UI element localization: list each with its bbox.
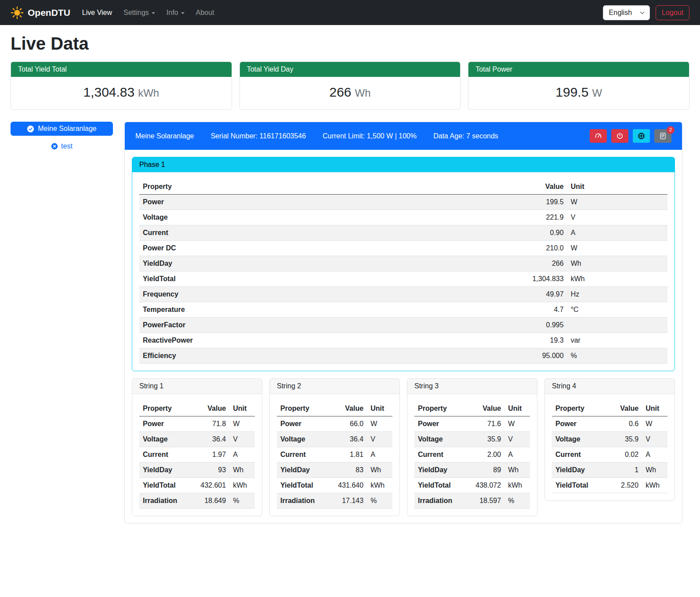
unit-cell: Wh [567, 256, 667, 271]
table-row: Power71.8W [139, 416, 255, 432]
property-cell: Irradiation [414, 493, 470, 509]
property-cell: Irradiation [139, 493, 195, 509]
table-row: Power199.5W [139, 195, 667, 210]
string-card: String 4 PropertyValueUnit Power0.6WVolt… [544, 378, 675, 501]
property-cell: PowerFactor [139, 318, 498, 333]
property-cell: Current [139, 447, 195, 463]
inverter-actions: 2 [590, 129, 671, 143]
value-cell: 0.02 [607, 447, 642, 463]
column-header-property: Property [277, 401, 332, 416]
property-cell: Temperature [139, 302, 498, 318]
property-cell: Power [139, 416, 195, 432]
property-cell: YieldDay [139, 256, 498, 271]
inverter-card: Meine Solaranlage Serial Number: 1161716… [124, 122, 682, 524]
table-row: YieldDay1Wh [552, 463, 667, 478]
inverter-current-limit: Current Limit: 1,500 W | 100% [323, 132, 417, 140]
summary-unit: Wh [355, 87, 371, 99]
logout-button[interactable]: Logout [656, 5, 689, 20]
unit-cell: kWh [229, 478, 255, 493]
inverter-card-body: Phase 1 PropertyValueUnit Power199.5WVol… [125, 150, 682, 523]
inverter-card-header: Meine Solaranlage Serial Number: 1161716… [125, 122, 682, 150]
page-title: Live Data [11, 34, 689, 54]
property-cell: YieldTotal [139, 478, 195, 493]
chevron-down-icon [152, 12, 155, 14]
table-row: Voltage35.9V [552, 432, 667, 447]
table-header-row: PropertyValueUnit [552, 401, 667, 416]
language-select[interactable]: English [603, 5, 650, 20]
value-cell: 83 [332, 463, 367, 478]
check-circle-icon [27, 125, 34, 133]
unit-cell: Wh [367, 463, 392, 478]
table-row: YieldDay266Wh [139, 256, 667, 271]
string-card: String 2 PropertyValueUnit Power66.0WVol… [269, 378, 400, 516]
unit-cell: kWh [504, 478, 530, 493]
inverter-list-item-test[interactable]: test [11, 142, 113, 150]
unit-cell: W [567, 195, 667, 210]
table-row: Voltage36.4V [277, 432, 392, 447]
inverter-name: Meine Solaranlage [135, 132, 194, 140]
nav-item-settings[interactable]: Settings [118, 5, 161, 20]
summary-card-title: Total Yield Day [240, 62, 461, 77]
nav-item-info[interactable]: Info [161, 5, 190, 20]
inverter-select-button[interactable]: Meine Solaranlage [11, 122, 113, 136]
column-header-property: Property [552, 401, 607, 416]
property-cell: YieldTotal [552, 478, 607, 493]
value-cell: 89 [470, 463, 504, 478]
nav-item-live-view[interactable]: Live View [76, 5, 118, 20]
column-header-value: Value [332, 401, 367, 416]
value-cell: 19.3 [498, 333, 567, 348]
event-log-button[interactable]: 2 [654, 129, 671, 143]
table-row: Temperature4.7°C [139, 302, 667, 318]
string-card-body: PropertyValueUnit Power71.8WVoltage36.4V… [132, 394, 262, 516]
string-card-body: PropertyValueUnit Power71.6WVoltage35.9V… [407, 394, 537, 516]
nav-item-label: Settings [123, 9, 149, 17]
property-cell: Power [552, 416, 607, 432]
unit-cell: % [567, 348, 667, 364]
value-cell: 71.8 [195, 416, 229, 432]
chevron-down-icon [181, 12, 185, 14]
table-row: YieldTotal431.640kWh [277, 478, 392, 493]
summary-value: 199.5 [555, 85, 588, 99]
property-cell: Efficiency [139, 348, 498, 364]
string-card-body: PropertyValueUnit Power0.6WVoltage35.9VC… [545, 394, 675, 500]
unit-cell: A [567, 225, 667, 241]
property-cell: YieldDay [277, 463, 332, 478]
content-row: Meine Solaranlage test Meine Solaranlage… [11, 122, 689, 524]
limit-settings-button[interactable] [590, 129, 607, 143]
property-cell: YieldDay [414, 463, 470, 478]
phase-table: PropertyValueUnit Power199.5WVoltage221.… [139, 179, 667, 364]
column-header-value: Value [498, 179, 567, 195]
table-row: Current0.02A [552, 447, 667, 463]
property-cell: YieldTotal [414, 478, 470, 493]
string-table: PropertyValueUnit Power66.0WVoltage36.4V… [277, 401, 392, 509]
nav-item-about[interactable]: About [190, 5, 220, 20]
brand-label: OpenDTU [28, 7, 70, 18]
string-card: String 1 PropertyValueUnit Power71.8WVol… [132, 378, 262, 516]
table-row: Efficiency95.000% [139, 348, 667, 364]
navbar: OpenDTU Live ViewSettingsInfoAbout Engli… [0, 0, 700, 25]
power-settings-button[interactable] [611, 129, 628, 143]
value-cell: 1.97 [195, 447, 229, 463]
device-info-button[interactable] [633, 129, 650, 143]
string-card-body: PropertyValueUnit Power66.0WVoltage36.4V… [270, 394, 399, 516]
unit-cell: A [504, 447, 530, 463]
table-row: Voltage35.9V [414, 432, 530, 447]
unit-cell: % [504, 493, 530, 509]
unit-cell: kWh [367, 478, 392, 493]
brand-link[interactable]: OpenDTU [11, 6, 70, 19]
property-cell: Irradiation [277, 493, 332, 509]
summary-card-title: Total Yield Total [11, 62, 232, 77]
table-row: PowerFactor0.995 [139, 318, 667, 333]
table-header-row: PropertyValueUnit [277, 401, 392, 416]
property-cell: Current [552, 447, 607, 463]
table-row: YieldTotal432.601kWh [139, 478, 255, 493]
property-cell: ReactivePower [139, 333, 498, 348]
unit-cell: W [567, 241, 667, 256]
table-row: ReactivePower19.3var [139, 333, 667, 348]
table-row: YieldDay89Wh [414, 463, 530, 478]
table-row: YieldDay93Wh [139, 463, 255, 478]
summary-card-body: 1,304.83kWh [11, 77, 232, 109]
table-row: YieldTotal438.072kWh [414, 478, 530, 493]
property-cell: YieldDay [552, 463, 607, 478]
summary-unit: kWh [138, 87, 159, 99]
